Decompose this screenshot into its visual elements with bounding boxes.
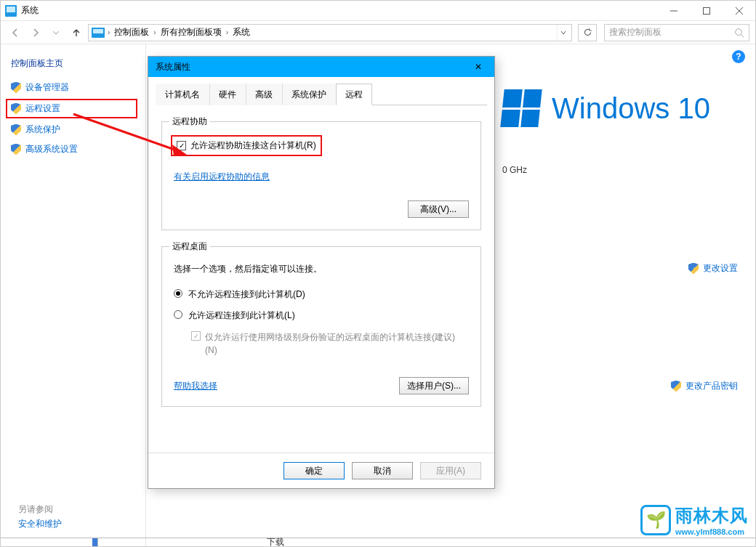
- svg-point-4: [736, 28, 742, 35]
- remote-desktop-intro: 选择一个选项，然后指定谁可以连接。: [174, 263, 469, 275]
- svg-rect-1: [703, 7, 709, 14]
- search-input[interactable]: 搜索控制面板: [604, 24, 749, 41]
- windows-logo-text: Windows 10: [552, 92, 710, 125]
- cancel-button[interactable]: 取消: [352, 462, 413, 479]
- tab-hardware[interactable]: 硬件: [209, 84, 246, 105]
- breadcrumb-item-control-panel[interactable]: 控制面板: [113, 26, 150, 39]
- breadcrumb-icon: [92, 28, 105, 38]
- ok-button[interactable]: 确定: [284, 462, 345, 479]
- checkbox-icon: [191, 331, 201, 341]
- nla-checkbox: 仅允许运行使用网络级别身份验证的远程桌面的计算机连接(建议) (N): [191, 331, 469, 357]
- dialog-title: 系统属性: [156, 61, 190, 73]
- windows-logo-icon: [500, 89, 542, 127]
- sidebar: 控制面板主页 设备管理器 远程设置 系统保护 高级系统设置: [1, 44, 146, 546]
- apply-button[interactable]: 应用(A): [420, 462, 481, 479]
- refresh-button[interactable]: [578, 24, 597, 41]
- radio-icon: [174, 289, 182, 298]
- shield-icon: [671, 381, 681, 392]
- change-product-key-label: 更改产品密钥: [685, 380, 738, 392]
- shield-icon: [11, 124, 21, 136]
- processor-info-fragment: 0 GHz: [502, 165, 527, 175]
- radio-allow-label: 允许远程连接到此计算机(L): [188, 309, 295, 322]
- remote-assist-group: 远程协助 允许远程协助连接这台计算机(R) 有关启用远程协助的信息 高级(V).…: [161, 121, 481, 230]
- taskbar-download-label: 下载: [98, 536, 284, 547]
- watermark: 雨林木风 www.ylmf888.com: [640, 504, 748, 536]
- sidebar-item-device-manager[interactable]: 设备管理器: [11, 81, 135, 94]
- breadcrumb-sep: ›: [226, 28, 228, 36]
- remote-assist-group-title: 远程协助: [169, 116, 210, 128]
- search-placeholder: 搜索控制面板: [609, 26, 662, 39]
- radio-icon: [174, 310, 182, 319]
- sidebar-item-system-protect[interactable]: 系统保护: [11, 123, 135, 136]
- minimize-button[interactable]: [657, 1, 690, 21]
- remote-assist-info-link[interactable]: 有关启用远程协助的信息: [174, 171, 270, 182]
- shield-icon: [11, 103, 21, 115]
- nav-back-button[interactable]: [7, 24, 24, 41]
- window-buttons: [657, 1, 755, 21]
- shield-icon: [11, 82, 21, 94]
- dialog-footer: 确定 取消 应用(A): [148, 453, 494, 488]
- sidebar-item-remote-settings[interactable]: 远程设置: [8, 101, 135, 116]
- tab-advanced[interactable]: 高级: [246, 84, 282, 105]
- tab-system-protect[interactable]: 系统保护: [282, 84, 336, 105]
- select-users-button[interactable]: 选择用户(S)...: [399, 377, 469, 394]
- windows-logo-row: Windows 10: [502, 89, 710, 127]
- allow-remote-assist-checkbox[interactable]: 允许远程协助连接这台计算机(R): [174, 138, 319, 153]
- tab-computer-name[interactable]: 计算机名: [156, 84, 209, 105]
- radio-disallow-remote[interactable]: 不允许远程连接到此计算机(D): [174, 288, 469, 301]
- address-dropdown-icon[interactable]: [557, 25, 568, 41]
- dialog-titlebar[interactable]: 系统属性 ✕: [148, 57, 494, 77]
- tab-remote[interactable]: 远程: [336, 84, 372, 105]
- window-titlebar: 系统: [1, 1, 755, 21]
- checkbox-icon: [177, 141, 186, 150]
- sidebar-title[interactable]: 控制面板主页: [11, 57, 135, 70]
- watermark-text-cn: 雨林木风: [675, 504, 748, 527]
- app-icon: [5, 5, 17, 17]
- shield-icon: [11, 144, 21, 155]
- taskbar-active-app[interactable]: [92, 538, 98, 546]
- nav-forward-button[interactable]: [27, 24, 44, 41]
- help-icon[interactable]: ?: [732, 50, 745, 63]
- see-also-link[interactable]: 安全和维护: [18, 518, 62, 530]
- remote-assist-advanced-button[interactable]: 高级(V)...: [408, 200, 469, 218]
- close-button[interactable]: [723, 1, 755, 21]
- breadcrumb-item-system[interactable]: 系统: [231, 26, 252, 39]
- taskbar-fragment: 下载: [1, 538, 755, 546]
- breadcrumb-bar[interactable]: › 控制面板 › 所有控制面板项 › 系统: [88, 24, 572, 41]
- breadcrumb-item-all-items[interactable]: 所有控制面板项: [159, 26, 223, 39]
- radio-allow-remote[interactable]: 允许远程连接到此计算机(L): [174, 309, 469, 322]
- sidebar-item-advanced-settings[interactable]: 高级系统设置: [11, 143, 135, 155]
- watermark-url: www.ylmf888.com: [675, 527, 748, 536]
- nav-bar: › 控制面板 › 所有控制面板项 › 系统 搜索控制面板: [1, 21, 755, 44]
- sidebar-item-label: 设备管理器: [25, 81, 69, 94]
- nla-label-line1: 仅允许运行使用网络级别身份验证的远程桌面的计算机连接(建议): [205, 332, 455, 342]
- window-title: 系统: [21, 4, 39, 17]
- remote-desktop-group-title: 远程桌面: [169, 240, 210, 253]
- change-settings-link[interactable]: 更改设置: [688, 262, 738, 275]
- sidebar-item-label: 系统保护: [25, 123, 60, 136]
- see-also-heading: 另请参阅: [18, 503, 53, 516]
- nav-up-button[interactable]: [68, 24, 85, 41]
- radio-disallow-label: 不允许远程连接到此计算机(D): [188, 288, 305, 301]
- breadcrumb-sep: ›: [108, 28, 110, 36]
- dialog-tabs: 计算机名 硬件 高级 系统保护 远程: [156, 83, 487, 105]
- watermark-icon: [640, 505, 671, 535]
- search-icon: [734, 28, 744, 38]
- dialog-close-button[interactable]: ✕: [470, 60, 487, 74]
- recent-dropdown-icon[interactable]: [47, 24, 65, 41]
- maximize-button[interactable]: [690, 1, 723, 21]
- dialog-body: 远程协助 允许远程协助连接这台计算机(R) 有关启用远程协助的信息 高级(V).…: [148, 105, 494, 453]
- sidebar-item-label: 远程设置: [25, 102, 60, 115]
- nla-label-line2: (N): [205, 345, 217, 355]
- change-product-key-link[interactable]: 更改产品密钥: [671, 380, 738, 392]
- help-choose-link[interactable]: 帮助我选择: [174, 380, 217, 392]
- system-properties-dialog: 系统属性 ✕ 计算机名 硬件 高级 系统保护 远程 远程协助 允许远程协助连接这…: [148, 56, 495, 489]
- sidebar-item-label: 高级系统设置: [25, 143, 78, 155]
- svg-line-5: [741, 34, 744, 37]
- breadcrumb-sep: ›: [153, 28, 156, 36]
- remote-desktop-group: 远程桌面 选择一个选项，然后指定谁可以连接。 不允许远程连接到此计算机(D) 允…: [161, 246, 481, 407]
- shield-icon: [688, 263, 699, 275]
- allow-remote-assist-label: 允许远程协助连接这台计算机(R): [190, 139, 316, 152]
- change-settings-label: 更改设置: [703, 262, 738, 275]
